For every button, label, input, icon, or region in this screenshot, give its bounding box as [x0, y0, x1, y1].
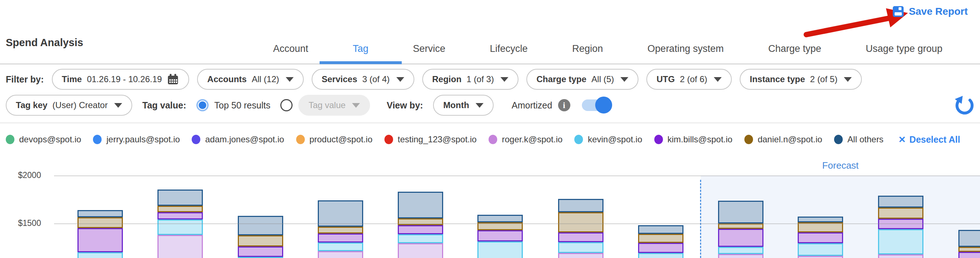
filter-pill[interactable]: Instance type 2 (of 5) [740, 69, 862, 90]
legend-item[interactable]: jerry.pauls@spot.io [93, 134, 180, 145]
bar-segment[interactable] [318, 251, 363, 258]
filter-pill[interactable]: UTG 2 (of 6) [646, 69, 732, 90]
filter-pill-label: Charge type [536, 74, 587, 84]
top50-radio[interactable] [196, 99, 208, 111]
tag-value-radio-group: Tag value [280, 95, 370, 116]
bar-segment[interactable] [398, 243, 443, 258]
bar-segment[interactable] [878, 207, 923, 219]
filter-pill[interactable]: Charge type All (5) [527, 69, 638, 90]
bar-segment[interactable] [958, 252, 980, 258]
bar-segment[interactable] [718, 229, 764, 247]
gridline [54, 175, 980, 176]
bar-segment[interactable] [638, 234, 684, 243]
tab[interactable]: Operating system [648, 33, 724, 64]
view-by-value: Month [443, 100, 469, 110]
legend-item[interactable]: All others [834, 134, 883, 145]
bar-segment[interactable] [238, 247, 283, 257]
tab[interactable]: Usage type group [866, 33, 943, 64]
bar-segment[interactable] [958, 247, 980, 252]
bar-segment[interactable] [558, 233, 603, 242]
tab[interactable]: Lifecycle [490, 33, 528, 64]
tag-value-radio[interactable] [280, 99, 293, 111]
legend-dot-icon [654, 135, 663, 144]
bar-segment[interactable] [398, 225, 443, 234]
bar-segment[interactable] [878, 229, 923, 255]
filter-pill[interactable]: Region 1 (of 3) [422, 69, 519, 90]
legend-dot-icon [745, 135, 753, 144]
page-title: Spend Analysis [6, 37, 83, 49]
bar-segment[interactable] [638, 225, 684, 234]
legend-item[interactable]: adam.jones@spot.io [192, 134, 284, 145]
section-divider [0, 123, 980, 123]
bar-segment[interactable] [398, 218, 443, 225]
bar-segment[interactable] [78, 228, 123, 252]
reset-filters-icon[interactable] [953, 95, 974, 116]
bar-segment[interactable] [718, 247, 764, 254]
bar-segment[interactable] [477, 230, 523, 241]
info-icon[interactable]: i [558, 99, 570, 111]
bar-segment[interactable] [238, 235, 283, 247]
bar-segment[interactable] [878, 196, 923, 208]
bar-segment[interactable] [238, 216, 283, 235]
bar-segment[interactable] [78, 217, 123, 228]
bar-segment[interactable] [477, 215, 523, 222]
bar-segment[interactable] [798, 256, 843, 258]
bar-segment[interactable] [398, 234, 443, 243]
tab[interactable]: Region [572, 33, 603, 64]
legend-item[interactable]: product@spot.io [296, 134, 372, 145]
bar-segment[interactable] [477, 222, 523, 231]
legend-item[interactable]: testing_123@spot.io [385, 134, 477, 145]
bar-segment[interactable] [158, 212, 203, 219]
filter-pill[interactable]: Accounts All (12) [197, 69, 303, 90]
filter-pill[interactable]: Time 01.26.19 - 10.26.19 [52, 69, 189, 90]
bar-segment[interactable] [798, 222, 843, 233]
tab[interactable]: Account [273, 33, 309, 64]
deselect-all-button[interactable]: ✕ Deselect All [898, 134, 960, 145]
bar-segment[interactable] [558, 199, 603, 213]
bar-segment[interactable] [318, 234, 363, 242]
filter-pill-value: All (12) [252, 74, 279, 84]
bar-segment[interactable] [318, 200, 363, 227]
bar-segment[interactable] [558, 242, 603, 253]
tab[interactable]: Service [413, 33, 445, 64]
bar-segment[interactable] [878, 219, 923, 229]
bar-segment[interactable] [878, 255, 923, 258]
amortized-toggle[interactable] [582, 99, 610, 112]
bar-segment[interactable] [158, 190, 203, 206]
bar-segment[interactable] [78, 252, 123, 258]
bar-segment[interactable] [158, 220, 203, 235]
bar-segment[interactable] [638, 253, 684, 258]
legend-item[interactable]: daniel.n@spot.io [745, 134, 822, 145]
bar-segment[interactable] [318, 242, 363, 251]
legend-item[interactable]: devops@spot.io [6, 134, 81, 145]
bar-segment[interactable] [158, 206, 203, 212]
save-report-button[interactable]: Save Report [892, 5, 968, 18]
bar-segment[interactable] [798, 243, 843, 256]
bar-segment[interactable] [558, 253, 603, 258]
bar-segment[interactable] [477, 241, 523, 258]
bar-segment[interactable] [798, 217, 843, 222]
tab[interactable]: Tag [353, 33, 369, 64]
view-by-dropdown[interactable]: Month [433, 95, 493, 116]
filter-pill-value: 2 (of 6) [680, 74, 707, 84]
legend-item[interactable]: kim.bills@spot.io [654, 134, 732, 145]
bar-segment[interactable] [718, 254, 764, 258]
bar-segment[interactable] [718, 223, 764, 229]
filter-pill-label: UTG [657, 74, 675, 84]
tag-value-dropdown[interactable]: Tag value [298, 95, 370, 116]
bar-segment[interactable] [78, 210, 123, 217]
bar-segment[interactable] [398, 192, 443, 218]
legend-item[interactable]: kevin@spot.io [574, 134, 642, 145]
bar-segment[interactable] [638, 243, 684, 253]
bar-segment[interactable] [558, 212, 603, 233]
filter-pills: Time 01.26.19 - 10.26.19 Ac [52, 69, 862, 90]
bar-segment[interactable] [718, 201, 764, 223]
bar-segment[interactable] [318, 227, 363, 234]
filter-pill[interactable]: Services 3 (of 4) [312, 69, 414, 90]
tag-key-dropdown[interactable]: Tag key (User) Creator [6, 95, 132, 116]
legend-item[interactable]: roger.k@spot.io [488, 134, 562, 145]
bar-segment[interactable] [158, 235, 203, 258]
tab[interactable]: Charge type [768, 33, 821, 64]
bar-segment[interactable] [798, 233, 843, 243]
bar-segment[interactable] [958, 230, 980, 247]
